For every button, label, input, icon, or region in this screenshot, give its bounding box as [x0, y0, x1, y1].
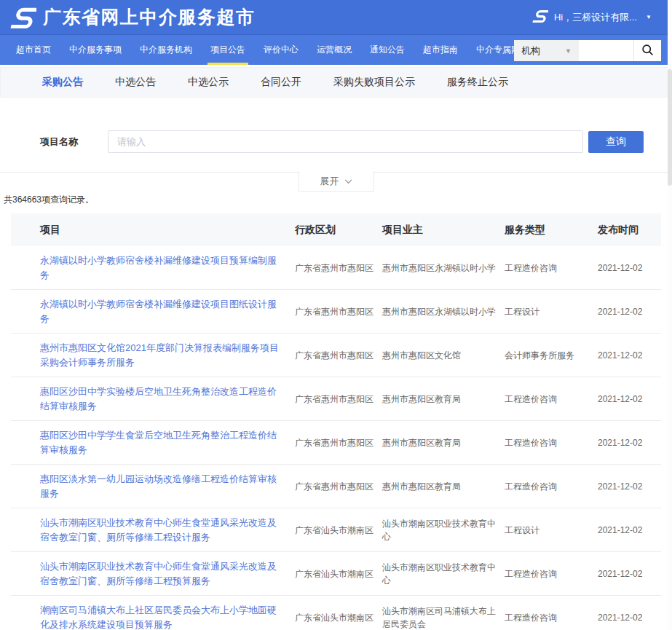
- nav-item[interactable]: 运营概况: [317, 35, 352, 65]
- user-greeting: Hi，三桥设计有限...: [554, 11, 637, 24]
- publish-date-cell: 2021-12-02: [598, 349, 661, 362]
- service-type-cell: 工程设计: [505, 305, 598, 318]
- scrollbar-thumb[interactable]: [668, 69, 672, 186]
- chevron-down-icon: ▼: [646, 14, 652, 20]
- service-type-cell: 工程造价咨询: [505, 611, 598, 624]
- project-name-input[interactable]: [108, 130, 583, 153]
- publish-date-cell: 2021-12-02: [598, 524, 661, 537]
- site-header: 广东省网上中介服务超市 Hi，三桥设计有限... ▼: [0, 0, 672, 34]
- nav-item[interactable]: 中介服务事项: [69, 35, 122, 65]
- region-cell: 广东省汕头市潮南区: [295, 611, 382, 624]
- publish-date-cell: 2021-12-02: [598, 567, 661, 580]
- publish-date-cell: 2021-12-02: [598, 393, 661, 406]
- project-title-link[interactable]: 惠州市惠阳区文化馆2021年度部门决算报表编制服务项目采购会计师事务所服务: [11, 341, 295, 369]
- query-button[interactable]: 查询: [588, 131, 644, 153]
- publish-date-cell: 2021-12-02: [598, 436, 661, 449]
- expand-toggle[interactable]: 展开: [299, 171, 374, 192]
- site-search: 机构 ▼: [514, 40, 661, 61]
- filter-panel: 项目名称 查询 展开: [0, 98, 672, 173]
- region-cell: 广东省汕头市潮南区: [295, 567, 382, 580]
- table-header: 项目行政区划项目业主服务类型发布时间: [11, 213, 661, 246]
- owner-cell: 惠州市惠阳区永湖镇以时小学: [382, 305, 505, 318]
- table-row: 惠阳区沙田中学学生食堂后空地卫生死角整治工程造价结算审核服务广东省惠州市惠阳区惠…: [11, 421, 661, 465]
- column-header: 服务类型: [505, 224, 598, 237]
- publish-date-cell: 2021-12-02: [598, 480, 661, 493]
- site-logo-icon: [10, 7, 36, 28]
- table-row: 惠阳区淡水第一幼儿园运动场改造修缮工程造价结算审核服务广东省惠州市惠阳区惠州市惠…: [11, 465, 661, 508]
- nav-item[interactable]: 超市指南: [423, 35, 458, 65]
- service-type-cell: 工程造价咨询: [505, 261, 598, 275]
- search-icon: [641, 44, 654, 58]
- project-title-link[interactable]: 永湖镇以时小学教师宿舍楼补漏维修建设项目图纸设计服务: [11, 297, 295, 326]
- owner-cell: 惠州市惠阳区文化馆: [382, 349, 505, 362]
- service-type-cell: 工程造价咨询: [505, 480, 598, 493]
- service-type-cell: 工程造价咨询: [505, 567, 598, 580]
- project-title-link[interactable]: 汕头市潮南区职业技术教育中心师生食堂通风采光改造及宿舍教室门窗、厕所等修缮工程预…: [11, 559, 295, 588]
- table-row: 永湖镇以时小学教师宿舍楼补漏维修建设项目预算编制服务广东省惠州市惠阳区惠州市惠阳…: [11, 246, 661, 290]
- owner-cell: 惠州市惠阳区教育局: [382, 436, 505, 449]
- region-cell: 广东省惠州市惠阳区: [295, 436, 382, 449]
- notice-tabs: 采购公告中选公告中选公示合同公开采购失败项目公示服务终止公示: [0, 67, 672, 98]
- table-row: 汕头市潮南区职业技术教育中心师生食堂通风采光改造及宿舍教室门窗、厕所等修缮工程预…: [11, 552, 661, 596]
- column-header: 发布时间: [598, 224, 661, 237]
- table-row: 惠州市惠阳区文化馆2021年度部门决算报表编制服务项目采购会计师事务所服务广东省…: [11, 334, 661, 377]
- publish-date-cell: 2021-12-02: [598, 305, 661, 318]
- publish-date-cell: 2021-12-02: [598, 611, 661, 624]
- search-category-select[interactable]: 机构 ▼: [514, 40, 579, 61]
- table-row: 潮南区司马浦镇大布上社区居民委员会大布上小学地面硬化及排水系统建设项目预算服务广…: [11, 596, 661, 630]
- tab-item[interactable]: 中选公示: [188, 76, 229, 89]
- project-title-link[interactable]: 汕头市潮南区职业技术教育中心师生食堂通风采光改造及宿舍教室门窗、厕所等修缮工程设…: [11, 516, 295, 544]
- region-cell: 广东省惠州市惠阳区: [295, 305, 382, 318]
- chevron-down-icon: ▼: [565, 47, 572, 55]
- project-name-label: 项目名称: [40, 135, 108, 149]
- region-cell: 广东省汕头市潮南区: [295, 524, 382, 537]
- service-type-cell: 工程造价咨询: [505, 393, 598, 406]
- page-title: 广东省网上中介服务超市: [43, 5, 256, 29]
- tab-item[interactable]: 中选公告: [115, 76, 156, 89]
- owner-cell: 汕头市潮南区职业技术教育中心: [382, 517, 505, 543]
- column-header: 项目业主: [382, 224, 505, 237]
- service-type-cell: 工程造价咨询: [505, 436, 598, 449]
- tab-item[interactable]: 合同公开: [261, 76, 301, 89]
- result-count: 共364663项查询记录。: [4, 194, 672, 206]
- scrollbar[interactable]: [668, 0, 672, 630]
- tab-item[interactable]: 采购公告: [42, 76, 83, 89]
- service-type-cell: 会计师事务所服务: [505, 349, 598, 362]
- nav-item[interactable]: 中介服务机构: [140, 35, 192, 65]
- owner-cell: 惠州市惠阳区永湖镇以时小学: [382, 261, 505, 275]
- tab-item[interactable]: 采购失败项目公示: [333, 76, 415, 89]
- search-category-value: 机构: [521, 44, 540, 58]
- project-title-link[interactable]: 惠阳区沙田中学实验楼后空地卫生死角整治改造工程造价结算审核服务: [11, 385, 295, 413]
- project-title-link[interactable]: 潮南区司马浦镇大布上社区居民委员会大布上小学地面硬化及排水系统建设项目预算服务: [11, 603, 295, 630]
- project-title-link[interactable]: 永湖镇以时小学教师宿舍楼补漏维修建设项目预算编制服务: [11, 253, 295, 282]
- column-header: 行政区划: [295, 224, 382, 237]
- user-menu[interactable]: Hi，三桥设计有限... ▼: [532, 9, 652, 25]
- nav-item[interactable]: 评价中心: [264, 35, 299, 65]
- nav-item[interactable]: 超市首页: [16, 35, 51, 65]
- column-header: 项目: [11, 224, 295, 237]
- expand-label: 展开: [320, 175, 339, 188]
- results-table: 项目行政区划项目业主服务类型发布时间 永湖镇以时小学教师宿舍楼补漏维修建设项目预…: [11, 213, 661, 630]
- project-title-link[interactable]: 惠阳区淡水第一幼儿园运动场改造修缮工程造价结算审核服务: [11, 472, 295, 500]
- owner-cell: 惠州市惠阳区教育局: [382, 393, 505, 406]
- owner-cell: 汕头市潮南区司马浦镇大布上居民委员会: [382, 605, 505, 630]
- site-search-button[interactable]: [633, 40, 661, 61]
- publish-date-cell: 2021-12-02: [598, 261, 661, 275]
- site-search-input[interactable]: [579, 40, 633, 61]
- owner-cell: 惠州市惠阳区教育局: [382, 480, 505, 493]
- user-logo-icon: [532, 9, 548, 25]
- main-nav: 超市首页中介服务事项中介服务机构项目公告评价中心运营概况通知公告超市指南中介专属…: [0, 34, 672, 65]
- region-cell: 广东省惠州市惠阳区: [295, 261, 382, 275]
- nav-item[interactable]: 通知公告: [370, 35, 405, 65]
- owner-cell: 汕头市潮南区职业技术教育中心: [382, 561, 505, 587]
- table-row: 惠阳区沙田中学实验楼后空地卫生死角整治改造工程造价结算审核服务广东省惠州市惠阳区…: [11, 377, 661, 421]
- nav-item[interactable]: 项目公告: [210, 35, 245, 65]
- service-type-cell: 工程设计: [505, 524, 598, 537]
- table-row: 永湖镇以时小学教师宿舍楼补漏维修建设项目图纸设计服务广东省惠州市惠阳区惠州市惠阳…: [11, 290, 661, 334]
- table-row: 汕头市潮南区职业技术教育中心师生食堂通风采光改造及宿舍教室门窗、厕所等修缮工程设…: [11, 508, 661, 552]
- project-title-link[interactable]: 惠阳区沙田中学学生食堂后空地卫生死角整治工程造价结算审核服务: [11, 428, 295, 457]
- region-cell: 广东省惠州市惠阳区: [295, 349, 382, 362]
- region-cell: 广东省惠州市惠阳区: [295, 480, 382, 493]
- tab-item[interactable]: 服务终止公示: [447, 76, 508, 89]
- region-cell: 广东省惠州市惠阳区: [295, 393, 382, 406]
